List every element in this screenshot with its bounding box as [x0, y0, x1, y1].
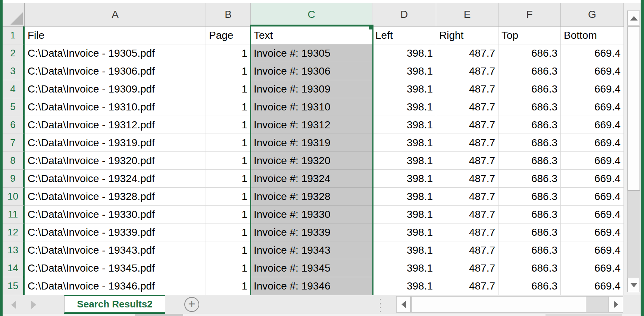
- cell-E8[interactable]: 487.7: [436, 152, 498, 170]
- cell-C7[interactable]: Invoice #: 19319: [251, 134, 372, 152]
- cell-E12[interactable]: 487.7: [436, 223, 498, 241]
- cell-B9[interactable]: 1: [206, 170, 251, 188]
- cell-G14[interactable]: 669.4: [561, 259, 624, 277]
- row-header-14[interactable]: 14: [3, 259, 25, 277]
- cell-D6[interactable]: 398.1: [372, 116, 436, 134]
- cell-G4[interactable]: 669.4: [561, 80, 624, 98]
- cell-C1[interactable]: Text: [251, 26, 372, 44]
- cell-G15[interactable]: 669.4: [561, 277, 624, 295]
- cell-C4[interactable]: Invoice #: 19309: [251, 80, 372, 98]
- cell-B10[interactable]: 1: [206, 188, 251, 206]
- column-header-A[interactable]: A: [25, 3, 206, 26]
- cell-C15[interactable]: Invoice #: 19346: [251, 277, 372, 295]
- scroll-right-button[interactable]: [609, 297, 623, 312]
- select-all-button[interactable]: [3, 3, 25, 26]
- column-header-G[interactable]: G: [561, 3, 624, 26]
- row-header-15[interactable]: 15: [3, 277, 25, 295]
- cell-F13[interactable]: 686.3: [498, 241, 561, 259]
- cell-E10[interactable]: 487.7: [436, 188, 498, 206]
- cell-A11[interactable]: C:\Data\Invoice - 19330.pdf: [25, 206, 206, 223]
- column-header-B[interactable]: B: [206, 3, 251, 26]
- cell-D4[interactable]: 398.1: [372, 80, 436, 98]
- cell-E6[interactable]: 487.7: [436, 116, 498, 134]
- cell-G5[interactable]: 669.4: [561, 98, 624, 116]
- cell-C13[interactable]: Invoice #: 19343: [251, 241, 372, 259]
- cell-E1[interactable]: Right: [436, 26, 498, 44]
- cell-F2[interactable]: 686.3: [498, 44, 561, 62]
- cell-A4[interactable]: C:\Data\Invoice - 19309.pdf: [25, 80, 206, 98]
- cell-A14[interactable]: C:\Data\Invoice - 19345.pdf: [25, 259, 206, 277]
- cell-G11[interactable]: 669.4: [561, 206, 624, 223]
- row-header-8[interactable]: 8: [3, 152, 25, 170]
- cell-E2[interactable]: 487.7: [436, 44, 498, 62]
- cell-B3[interactable]: 1: [206, 62, 251, 80]
- cell-F14[interactable]: 686.3: [498, 259, 561, 277]
- cell-D10[interactable]: 398.1: [372, 188, 436, 206]
- cell-G2[interactable]: 669.4: [561, 44, 624, 62]
- cell-E5[interactable]: 487.7: [436, 98, 498, 116]
- cell-E14[interactable]: 487.7: [436, 259, 498, 277]
- cell-A13[interactable]: C:\Data\Invoice - 19343.pdf: [25, 241, 206, 259]
- cell-E3[interactable]: 487.7: [436, 62, 498, 80]
- cell-F6[interactable]: 686.3: [498, 116, 561, 134]
- cell-E13[interactable]: 487.7: [436, 241, 498, 259]
- cell-C6[interactable]: Invoice #: 19312: [251, 116, 372, 134]
- cell-D3[interactable]: 398.1: [372, 62, 436, 80]
- cell-E11[interactable]: 487.7: [436, 206, 498, 223]
- cell-D14[interactable]: 398.1: [372, 259, 436, 277]
- scroll-down-button[interactable]: [628, 278, 640, 292]
- row-header-7[interactable]: 7: [3, 134, 25, 152]
- cell-F10[interactable]: 686.3: [498, 188, 561, 206]
- cell-B1[interactable]: Page: [206, 26, 251, 44]
- column-header-F[interactable]: F: [498, 3, 561, 26]
- vertical-scrollbar[interactable]: [627, 10, 640, 292]
- row-header-6[interactable]: 6: [3, 116, 25, 134]
- scroll-left-button[interactable]: [397, 297, 411, 312]
- cell-G10[interactable]: 669.4: [561, 188, 624, 206]
- cell-F1[interactable]: Top: [498, 26, 561, 44]
- cell-B8[interactable]: 1: [206, 152, 251, 170]
- cell-A7[interactable]: C:\Data\Invoice - 19319.pdf: [25, 134, 206, 152]
- cell-F11[interactable]: 686.3: [498, 206, 561, 223]
- cell-C2[interactable]: Invoice #: 19305: [251, 44, 372, 62]
- cell-A12[interactable]: C:\Data\Invoice - 19339.pdf: [25, 223, 206, 241]
- cell-D9[interactable]: 398.1: [372, 170, 436, 188]
- column-header-E[interactable]: E: [436, 3, 498, 26]
- row-header-5[interactable]: 5: [3, 98, 25, 116]
- column-header-D[interactable]: D: [372, 3, 436, 26]
- cell-C5[interactable]: Invoice #: 19310: [251, 98, 372, 116]
- cell-E4[interactable]: 487.7: [436, 80, 498, 98]
- cell-D11[interactable]: 398.1: [372, 206, 436, 223]
- row-header-2[interactable]: 2: [3, 44, 25, 62]
- cell-A2[interactable]: C:\Data\Invoice - 19305.pdf: [25, 44, 206, 62]
- fill-handle[interactable]: [369, 25, 373, 29]
- cell-A8[interactable]: C:\Data\Invoice - 19320.pdf: [25, 152, 206, 170]
- cell-B4[interactable]: 1: [206, 80, 251, 98]
- cell-E15[interactable]: 487.7: [436, 277, 498, 295]
- cell-F5[interactable]: 686.3: [498, 98, 561, 116]
- cell-C9[interactable]: Invoice #: 19324: [251, 170, 372, 188]
- cell-B2[interactable]: 1: [206, 44, 251, 62]
- row-header-4[interactable]: 4: [3, 80, 25, 98]
- cell-F12[interactable]: 686.3: [498, 223, 561, 241]
- cell-A3[interactable]: C:\Data\Invoice - 19306.pdf: [25, 62, 206, 80]
- cell-E7[interactable]: 487.7: [436, 134, 498, 152]
- column-header-C[interactable]: C: [251, 3, 372, 26]
- cell-C8[interactable]: Invoice #: 19320: [251, 152, 372, 170]
- cell-G7[interactable]: 669.4: [561, 134, 624, 152]
- cell-F7[interactable]: 686.3: [498, 134, 561, 152]
- cell-D2[interactable]: 398.1: [372, 44, 436, 62]
- drag-grip-icon[interactable]: [380, 299, 382, 312]
- cell-F8[interactable]: 686.3: [498, 152, 561, 170]
- row-header-12[interactable]: 12: [3, 223, 25, 241]
- cell-D5[interactable]: 398.1: [372, 98, 436, 116]
- cell-A10[interactable]: C:\Data\Invoice - 19328.pdf: [25, 188, 206, 206]
- row-header-1[interactable]: 1: [3, 26, 25, 44]
- cell-C10[interactable]: Invoice #: 19328: [251, 188, 372, 206]
- cell-B13[interactable]: 1: [206, 241, 251, 259]
- cell-F4[interactable]: 686.3: [498, 80, 561, 98]
- cell-G13[interactable]: 669.4: [561, 241, 624, 259]
- cell-E9[interactable]: 487.7: [436, 170, 498, 188]
- cell-A9[interactable]: C:\Data\Invoice - 19324.pdf: [25, 170, 206, 188]
- cell-G12[interactable]: 669.4: [561, 223, 624, 241]
